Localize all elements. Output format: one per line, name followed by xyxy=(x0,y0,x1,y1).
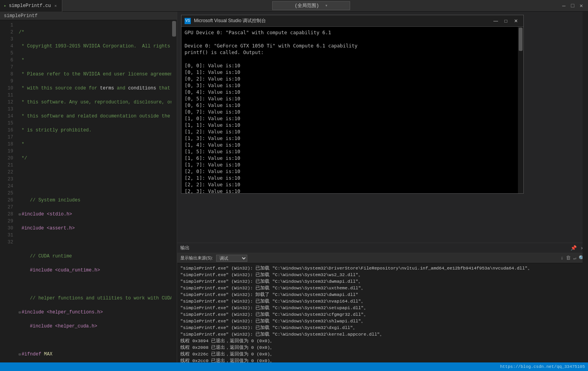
console-titlebar[interactable]: VS Microsoft Visual Studio 调试控制台 — □ ✕ xyxy=(181,15,523,27)
output-clear-icon[interactable]: 🗑 xyxy=(566,255,571,261)
console-title: Microsoft Visual Studio 调试控制台 xyxy=(194,18,266,24)
right-panel: VS Microsoft Visual Studio 调试控制台 — □ ✕ G… xyxy=(177,12,588,371)
editor-scrollbar[interactable] xyxy=(171,20,177,362)
scope-dropdown[interactable]: (全局范围) ▾ xyxy=(272,1,350,10)
editor-tab[interactable]: ▸ simplePrintf.cu ✕ xyxy=(0,0,62,12)
console-close-btn[interactable]: ✕ xyxy=(512,17,520,25)
dropdown-arrow-icon: ▾ xyxy=(325,3,327,9)
code-area[interactable]: 12345 678910 1112131415 1617181920 21222… xyxy=(0,20,177,362)
console-minimize-btn[interactable]: — xyxy=(491,17,500,25)
output-word-wrap-icon[interactable]: ↵ xyxy=(573,255,576,261)
console-app-icon: VS xyxy=(185,18,191,24)
console-window: VS Microsoft Visual Studio 调试控制台 — □ ✕ G… xyxy=(181,15,524,194)
editor-scrollbar-thumb[interactable] xyxy=(172,21,176,37)
main-layout: simplePrintf 12345 678910 1112131415 161… xyxy=(0,12,588,371)
close-window-icon[interactable]: ✕ xyxy=(578,2,585,10)
output-scroll-lock-icon[interactable]: ⇩ xyxy=(560,255,563,261)
tab-label: simplePrintf.cu xyxy=(9,3,51,9)
editor-filename: simplePrintf xyxy=(4,13,37,19)
output-panel-header: 输出 📌 ✕ xyxy=(177,243,588,253)
top-bar: ▸ simplePrintf.cu ✕ (全局范围) ▾ — □ ✕ xyxy=(0,0,588,12)
top-bar-controls: — □ ✕ xyxy=(560,2,588,10)
editor-header: simplePrintf xyxy=(0,12,177,20)
maximize-icon[interactable]: □ xyxy=(569,2,576,10)
output-source-label: 显示输出来源(S): xyxy=(180,255,213,261)
console-scrollbar-thumb[interactable] xyxy=(519,28,523,51)
code-content[interactable]: /* * Copyright 1993-2015 NVIDIA Corporat… xyxy=(16,20,177,362)
bottom-status-bar: https://blog.csdn.net/qq_33475105 xyxy=(0,362,588,371)
output-toolbar-btns: ⇩ 🗑 ↵ 🔍 xyxy=(560,255,585,261)
console-body[interactable]: GPU Device 0: "Pascal" with compute capa… xyxy=(181,27,523,193)
output-panel-title: 输出 xyxy=(180,245,190,251)
blog-url[interactable]: https://blog.csdn.net/qq_33475105 xyxy=(500,364,585,369)
console-window-controls: — □ ✕ xyxy=(491,17,520,25)
tab-close-icon[interactable]: ✕ xyxy=(53,3,58,9)
console-restore-btn[interactable]: □ xyxy=(502,17,510,25)
right-panel-scrollbar[interactable] xyxy=(583,12,588,371)
editor-panel: simplePrintf 12345 678910 1112131415 161… xyxy=(0,12,177,371)
output-source-select[interactable]: 调试 xyxy=(216,255,247,262)
output-content[interactable]: "simplePrintf.exe" (Win32): 已加载 "C:\Wind… xyxy=(177,263,588,371)
output-toolbar: 显示输出来源(S): 调试 ⇩ 🗑 ↵ 🔍 xyxy=(177,253,588,263)
output-pin-icon[interactable]: 📌 xyxy=(569,245,578,251)
tab-icon: ▸ xyxy=(4,3,7,8)
console-scrollbar[interactable] xyxy=(518,27,523,193)
output-panel: 输出 📌 ✕ 显示输出来源(S): 调试 ⇩ 🗑 ↵ 🔍 "s xyxy=(177,243,588,371)
line-numbers: 12345 678910 1112131415 1617181920 21222… xyxy=(0,20,16,362)
minimize-icon[interactable]: — xyxy=(560,2,567,10)
